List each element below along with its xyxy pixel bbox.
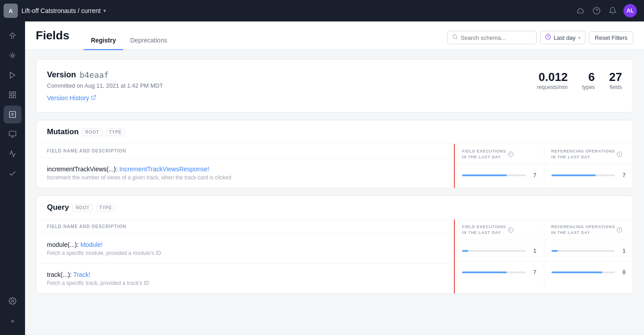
query-field-prefix-0: module(...): [47,241,80,248]
mutation-ref-value-0: 7 [619,172,626,178]
mutation-type-header: Mutation ROOT TYPE [36,120,633,144]
query-exec-value-1: 7 [530,269,537,276]
sidebar: » [0,21,25,335]
query-field-link-1[interactable]: Track! [73,271,90,278]
query-exec-value-0: 1 [530,247,537,254]
query-exec-header: FIELD EXECUTIONSIN THE LAST DAY i [455,220,544,240]
query-badge-type: TYPE [96,204,115,212]
sidebar-item-analytics[interactable] [4,145,21,163]
filter-button[interactable]: Last day ▾ [540,31,585,44]
svg-rect-5 [9,96,12,98]
mutation-ref-info-icon[interactable]: i [617,152,622,157]
stat-requests: 0.012 requests/min [537,70,568,90]
mutation-exec-bar-container-0 [462,174,526,176]
svg-point-0 [593,8,600,14]
external-link-icon [91,95,96,102]
svg-point-1 [12,55,14,57]
version-commit: Committed on Aug 11, 2021 at 1:42 PM MDT [47,82,163,89]
help-icon[interactable] [591,5,602,16]
main-wrapper: Fields Registry Deprecations Last day ▾ … [25,21,644,335]
sidebar-item-graph[interactable] [4,47,21,64]
query-exec-bar-0 [462,250,468,252]
sidebar-item-schema[interactable] [4,106,21,123]
stat-types-value: 6 [582,70,595,84]
mutation-type-body: FIELD NAME AND DESCRIPTION incrementTrac… [36,144,633,188]
topbar-project[interactable]: Lift-off Catstronauts / current ▾ [21,7,106,14]
query-field-prefix-1: track(...): [47,271,73,278]
query-fields-header: FIELD NAME AND DESCRIPTION [36,220,454,234]
search-icon [452,34,458,41]
cloud-icon[interactable] [575,5,586,16]
mutation-type-name: Mutation [47,127,79,136]
query-field-link-0[interactable]: Module! [80,241,103,248]
query-exec-info-icon[interactable]: i [508,227,513,233]
query-exec-bar-1 [462,271,507,273]
stat-fields-label: fields [609,84,622,90]
page-header-right: Last day ▾ Reset Filters [447,31,633,50]
mutation-badge-type: TYPE [106,128,125,136]
table-row: track(...): Track! Fetch a specific trac… [36,264,454,293]
stat-types-label: types [582,84,595,90]
sidebar-item-operations[interactable] [4,86,21,104]
query-ref-col: REFERENCING OPERATIONSIN THE LAST DAY i … [544,220,633,293]
content-area: Version b4eaaf Committed on Aug 11, 2021… [25,50,644,335]
query-ref-row-0: 1 [544,240,633,262]
query-field-name-0: module(...): Module! [47,241,443,248]
version-title: Version b4eaaf [47,70,163,80]
mutation-field-prefix-0: incrementTrackViews(...): [47,165,119,173]
stat-types: 6 types [582,70,595,90]
mutation-ref-col: REFERENCING OPERATIONSIN THE LAST DAY i … [544,144,633,188]
mutation-exec-info-icon[interactable]: i [508,152,513,157]
query-type-name: Query [47,203,69,212]
tab-deprecations[interactable]: Deprecations [123,31,174,50]
page-tabs: Registry Deprecations [84,31,174,50]
svg-rect-8 [9,131,16,136]
sidebar-item-monitor[interactable] [4,125,21,143]
sidebar-item-home[interactable] [4,27,21,45]
mutation-exec-col: FIELD EXECUTIONSIN THE LAST DAY i 7 [455,144,544,188]
mutation-badge-root: ROOT [82,128,102,136]
version-label: Version [47,70,76,80]
version-card: Version b4eaaf Committed on Aug 11, 2021… [36,59,633,113]
query-ref-bar-container-1 [551,271,615,273]
query-fields: FIELD NAME AND DESCRIPTION module(...): … [36,220,454,293]
tab-registry[interactable]: Registry [84,31,123,50]
mutation-exec-row-0: 7 [455,165,544,186]
query-ref-info-icon[interactable]: i [617,227,622,233]
search-input[interactable] [461,34,532,41]
svg-rect-3 [9,92,12,94]
mutation-fields: FIELD NAME AND DESCRIPTION incrementTrac… [36,144,454,188]
mutation-field-name-0: incrementTrackViews(...): IncrementTrack… [47,165,443,173]
query-ref-header-text: REFERENCING OPERATIONSIN THE LAST DAY [551,224,615,235]
mutation-ref-bar-container-0 [551,174,615,176]
sidebar-item-checks[interactable] [4,165,21,182]
mutation-card: Mutation ROOT TYPE FIELD NAME AND DESCRI… [36,120,633,188]
version-history-link[interactable]: Version History [47,94,163,102]
sidebar-expand-button[interactable]: » [4,312,21,330]
filter-label: Last day [554,34,576,41]
topbar-logo[interactable]: A [4,4,18,18]
query-field-desc-1: Fetch a specific track, provided a track… [47,280,443,286]
query-card: Query ROOT TYPE FIELD NAME AND DESCRIPTI… [36,195,633,294]
query-ref-row-1: 8 [544,262,633,283]
reset-filters-button[interactable]: Reset Filters [589,31,633,44]
clock-icon [545,34,551,41]
sidebar-item-explorer[interactable] [4,66,21,84]
mutation-exec-value-0: 7 [530,172,537,178]
query-badge-root: ROOT [72,204,93,212]
mutation-field-desc-0: Increment the number of views of a given… [47,174,443,181]
svg-rect-4 [13,92,16,94]
svg-point-10 [453,35,457,39]
page-title: Fields [36,29,69,50]
user-avatar[interactable]: AL [623,4,637,17]
mutation-field-link-0[interactable]: IncrementTrackViewsResponse! [119,165,209,173]
bell-icon[interactable] [607,5,618,16]
sidebar-item-settings[interactable] [4,292,21,310]
query-ref-value-1: 8 [619,269,626,276]
mutation-exec-header-text: FIELD EXECUTIONSIN THE LAST DAY [462,148,506,160]
search-box[interactable] [447,31,537,44]
query-ref-bar-container-0 [551,250,615,252]
mutation-ref-header-text: REFERENCING OPERATIONSIN THE LAST DAY [551,148,615,160]
filter-chevron-icon: ▾ [578,35,580,40]
svg-point-9 [12,300,14,302]
